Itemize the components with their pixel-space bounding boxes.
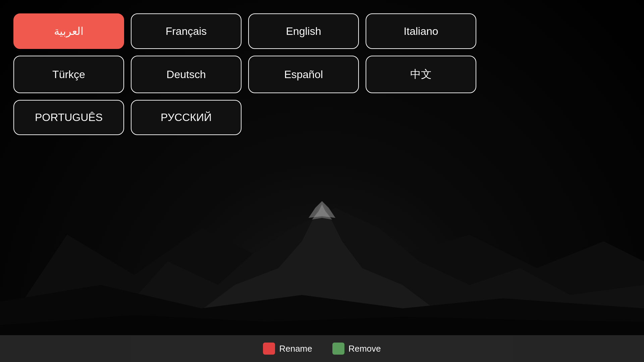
lang-btn-spanish[interactable]: Español	[248, 56, 359, 93]
lang-btn-italian[interactable]: Italiano	[366, 13, 476, 49]
lang-btn-arabic[interactable]: العربية	[13, 13, 124, 49]
rename-label: Rename	[279, 344, 312, 354]
rename-action[interactable]: Rename	[263, 343, 312, 355]
lang-btn-portuguese[interactable]: PORTUGUÊS	[13, 100, 124, 135]
rename-icon	[263, 343, 275, 355]
main-content: العربيةFrançaisEnglishItalianoTürkçeDeut…	[0, 0, 644, 148]
lang-btn-russian[interactable]: РУССКИЙ	[131, 100, 241, 135]
mountain-background	[0, 168, 644, 335]
remove-action[interactable]: Remove	[332, 343, 381, 355]
remove-icon	[332, 343, 344, 355]
lang-btn-chinese[interactable]: 中文	[366, 56, 476, 93]
remove-label: Remove	[348, 344, 381, 354]
lang-btn-french[interactable]: Français	[131, 13, 241, 49]
lang-btn-german[interactable]: Deutsch	[131, 56, 241, 93]
lang-btn-english[interactable]: English	[248, 13, 359, 49]
bottom-action-bar: Rename Remove	[0, 335, 644, 362]
language-grid: العربيةFrançaisEnglishItalianoTürkçeDeut…	[13, 10, 476, 138]
lang-btn-turkish[interactable]: Türkçe	[13, 56, 124, 93]
